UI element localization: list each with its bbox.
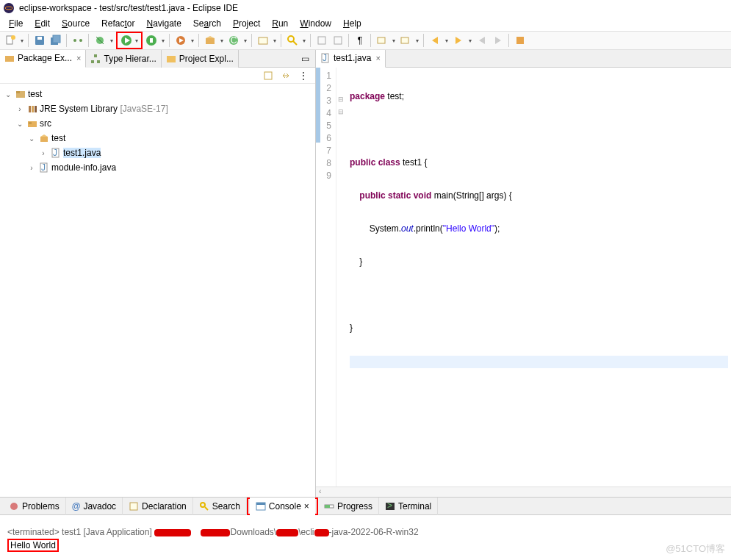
run-last-button[interactable]: [173, 33, 188, 48]
pin-button[interactable]: [513, 33, 527, 48]
tree-project[interactable]: ⌄ test: [1, 87, 314, 101]
tab-console[interactable]: Console ×: [250, 498, 315, 515]
tab-type-hierarchy[interactable]: Type Hierar...: [86, 50, 161, 68]
javadoc-icon: @: [72, 501, 81, 511]
menu-navigate[interactable]: Navigate: [140, 17, 187, 30]
menu-edit[interactable]: Edit: [29, 17, 56, 30]
horizontal-scrollbar[interactable]: ‹: [316, 487, 731, 497]
tab-problems[interactable]: Problems: [3, 498, 66, 515]
tab-terminal[interactable]: > Terminal: [379, 498, 438, 515]
console-output: Hello World: [10, 540, 56, 550]
svg-rect-47: [40, 137, 48, 142]
debug-dropdown[interactable]: ▾: [109, 37, 115, 44]
tab-label: Type Hierar...: [104, 54, 156, 64]
expand-icon[interactable]: ⌄: [26, 134, 37, 143]
next-edit-button[interactable]: [491, 33, 505, 48]
collapse-all-icon[interactable]: [261, 68, 276, 83]
run-button[interactable]: [119, 33, 134, 48]
link-editor-icon[interactable]: [278, 68, 293, 83]
editor-area[interactable]: 123 456 789 ⊟⊟ package test; public clas…: [316, 68, 731, 487]
svg-rect-28: [401, 37, 408, 43]
show-whitespace-button[interactable]: ¶: [353, 33, 367, 48]
svg-rect-35: [94, 54, 97, 57]
tree-file-test1[interactable]: › J test1.java: [1, 146, 314, 160]
tree-jre[interactable]: › JRE System Library [JavaSE-17]: [1, 101, 314, 116]
search-button[interactable]: [285, 33, 300, 48]
menu-search[interactable]: Search: [187, 17, 227, 30]
menu-run[interactable]: Run: [266, 17, 294, 30]
svg-rect-33: [516, 37, 524, 44]
forward-button[interactable]: [451, 33, 466, 48]
next-annotation-button[interactable]: [375, 33, 389, 48]
new-package-button[interactable]: [203, 33, 217, 48]
menu-project[interactable]: Project: [227, 17, 266, 30]
tree-src[interactable]: ⌄ src: [1, 116, 314, 131]
tree-package[interactable]: ⌄ test: [1, 131, 314, 146]
new-class-button[interactable]: C: [226, 33, 241, 48]
tab-search[interactable]: Search: [193, 498, 247, 515]
coverage-button[interactable]: [144, 33, 159, 48]
run-button-highlight: ▾: [116, 32, 143, 49]
package-explorer-toolbar: ⋮: [0, 68, 315, 84]
svg-rect-34: [5, 56, 14, 62]
watermark: @51CTO博客: [666, 542, 725, 556]
toggle-block-button[interactable]: [331, 33, 345, 48]
menu-file[interactable]: File: [3, 17, 29, 30]
expand-icon[interactable]: ›: [38, 149, 48, 157]
tab-progress[interactable]: Progress: [318, 498, 379, 515]
back-button[interactable]: [428, 33, 442, 48]
minimize-view-icon[interactable]: ▭: [298, 51, 312, 66]
new-button[interactable]: [3, 33, 18, 48]
view-menu-icon[interactable]: ⋮: [296, 68, 311, 83]
tab-package-explorer[interactable]: Package Ex... ×: [0, 50, 86, 68]
debug-button[interactable]: [93, 33, 107, 48]
run-dropdown[interactable]: ▾: [134, 37, 140, 44]
run-last-dropdown[interactable]: ▾: [190, 37, 195, 44]
new-package-dropdown[interactable]: ▾: [219, 37, 225, 44]
editor-tab-test1[interactable]: J test1.java ×: [316, 50, 386, 68]
open-type-button[interactable]: [256, 33, 270, 48]
search-dropdown[interactable]: ▾: [301, 37, 307, 44]
tab-declaration[interactable]: Declaration: [123, 498, 193, 515]
src-folder-icon: [27, 118, 37, 129]
svg-rect-22: [259, 37, 267, 44]
new-class-dropdown[interactable]: ▾: [242, 37, 248, 44]
new-dropdown[interactable]: ▾: [19, 37, 25, 44]
svg-rect-26: [334, 37, 342, 44]
close-icon[interactable]: ×: [304, 501, 309, 511]
tree-label: test1.java: [63, 148, 101, 158]
tab-project-explorer[interactable]: Project Expl...: [162, 50, 239, 68]
forward-dropdown[interactable]: ▾: [467, 37, 473, 44]
prev-annotation-button[interactable]: [398, 33, 413, 48]
coverage-dropdown[interactable]: ▾: [160, 37, 166, 44]
next-annotation-dropdown[interactable]: ▾: [391, 37, 397, 44]
toggle-breadcrumb[interactable]: [71, 33, 85, 48]
prev-annotation-dropdown[interactable]: ▾: [414, 37, 420, 44]
svg-text:>: >: [387, 501, 392, 511]
code-content[interactable]: package test; public class test1 { publi…: [345, 68, 731, 487]
toggle-mark-button[interactable]: [314, 33, 329, 48]
terminal-icon: >: [385, 501, 395, 511]
window-title-bar: eclipse-workspace - test/src/test/test1.…: [0, 0, 731, 16]
expand-icon[interactable]: ›: [15, 105, 25, 113]
save-all-button[interactable]: [48, 33, 63, 48]
close-icon[interactable]: ×: [375, 54, 380, 62]
menu-source[interactable]: Source: [56, 17, 96, 30]
expand-icon[interactable]: ⌄: [3, 90, 13, 98]
save-button[interactable]: [32, 33, 47, 48]
last-edit-button[interactable]: [475, 33, 489, 48]
console-icon: [256, 501, 266, 511]
tab-javadoc[interactable]: @ Javadoc: [66, 498, 123, 515]
back-dropdown[interactable]: ▾: [444, 37, 450, 44]
menu-window[interactable]: Window: [294, 17, 337, 30]
svg-rect-5: [37, 37, 42, 40]
menu-help[interactable]: Help: [337, 17, 367, 30]
open-type-dropdown[interactable]: ▾: [272, 37, 278, 44]
svg-rect-36: [91, 60, 94, 63]
close-icon[interactable]: ×: [76, 54, 81, 62]
tree-file-moduleinfo[interactable]: › J module-info.java: [1, 160, 314, 175]
expand-icon[interactable]: ›: [26, 164, 37, 172]
expand-icon[interactable]: ⌄: [15, 120, 25, 128]
separator: [28, 34, 29, 47]
menu-refactor[interactable]: Refactor: [96, 17, 140, 30]
